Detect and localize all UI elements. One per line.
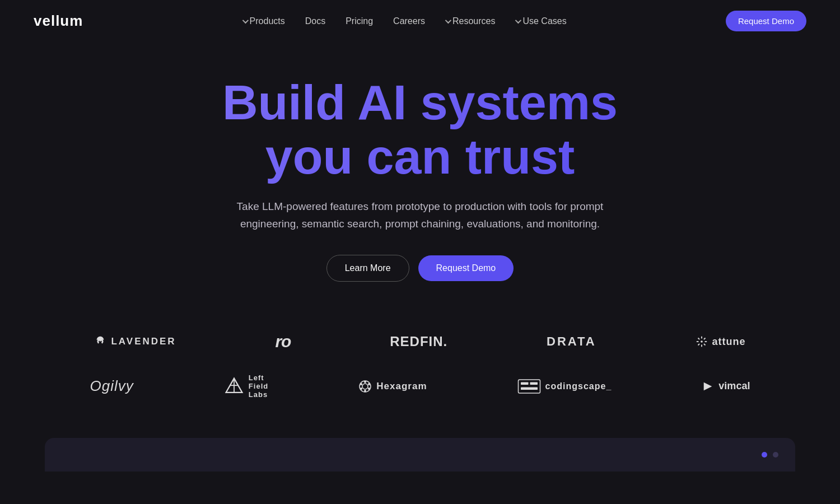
logo-hexagram: Hexagram — [358, 380, 427, 393]
indicator-dot — [762, 452, 767, 458]
logo-ogilvy: Ogilvy — [90, 377, 134, 395]
logos-row-2: Ogilvy Left Field Labs — [45, 374, 795, 399]
logos-row-1: LAVENDER ro REDFIN. DRATA — [45, 332, 795, 351]
bottom-card-hint — [45, 438, 795, 472]
svg-rect-23 — [521, 387, 538, 390]
svg-point-0 — [701, 340, 703, 343]
svg-rect-20 — [518, 380, 540, 393]
nav-link-products[interactable]: Products — [242, 16, 285, 26]
svg-line-5 — [698, 338, 699, 340]
nav-item-careers[interactable]: Careers — [393, 16, 425, 26]
hero-subtitle: Take LLM-powered features from prototype… — [218, 198, 622, 233]
vimcal-icon — [702, 380, 714, 393]
logo-ro: ro — [275, 332, 291, 351]
nav-item-resources[interactable]: Resources — [445, 16, 495, 26]
nav-link-careers[interactable]: Careers — [393, 16, 425, 26]
svg-point-13 — [362, 384, 368, 389]
svg-point-15 — [364, 390, 366, 392]
hero-cta-group: Learn More Request Demo — [326, 255, 514, 282]
learn-more-button[interactable]: Learn More — [326, 255, 409, 282]
logo-vimcal: vimcal — [702, 380, 750, 393]
navbar: vellum Products Docs Pricing Careers — [0, 0, 840, 42]
leftfield-icon — [224, 376, 244, 396]
brand-logo[interactable]: vellum — [34, 12, 83, 30]
svg-marker-24 — [704, 382, 712, 390]
indicator-dot — [773, 452, 778, 458]
nav-item-products[interactable]: Products — [242, 16, 285, 26]
nav-request-demo-button[interactable]: Request Demo — [726, 11, 806, 31]
logo-lavender: LAVENDER — [94, 335, 176, 348]
logo-leftfield: Left Field Labs — [224, 374, 268, 399]
svg-line-6 — [703, 344, 705, 346]
hero-title: Build AI systems you can trust — [222, 76, 618, 184]
svg-point-17 — [368, 383, 370, 385]
nav-item-use-cases[interactable]: Use Cases — [515, 16, 566, 26]
codingscape-icon — [517, 379, 541, 394]
svg-line-8 — [698, 344, 699, 346]
attune-icon — [696, 335, 708, 348]
chevron-down-icon — [242, 17, 248, 23]
logo-attune: attune — [696, 335, 746, 348]
chevron-down-icon — [515, 17, 521, 23]
request-demo-button[interactable]: Request Demo — [418, 255, 514, 281]
svg-line-7 — [703, 338, 705, 340]
svg-rect-22 — [530, 382, 538, 385]
logos-section: LAVENDER ro REDFIN. DRATA — [0, 304, 840, 438]
logo-drata: DRATA — [547, 334, 596, 349]
nav-item-pricing[interactable]: Pricing — [346, 16, 373, 26]
nav-link-pricing[interactable]: Pricing — [346, 16, 373, 26]
svg-point-16 — [360, 383, 362, 385]
svg-point-18 — [360, 388, 362, 390]
hexagram-icon — [358, 380, 372, 393]
lavender-icon — [94, 335, 106, 348]
logo-codingscape: codingscape_ — [517, 379, 612, 394]
nav-link-use-cases[interactable]: Use Cases — [515, 16, 566, 26]
bottom-section — [0, 438, 840, 472]
nav-links: Products Docs Pricing Careers Resources — [242, 16, 567, 26]
nav-link-docs[interactable]: Docs — [305, 16, 325, 26]
nav-item-docs[interactable]: Docs — [305, 16, 325, 26]
nav-link-resources[interactable]: Resources — [445, 16, 495, 26]
hero-section: Build AI systems you can trust Take LLM-… — [0, 42, 840, 304]
chevron-down-icon — [445, 17, 451, 23]
svg-point-19 — [368, 388, 370, 390]
logo-redfin: REDFIN. — [390, 334, 447, 349]
svg-point-14 — [364, 381, 366, 383]
svg-rect-21 — [521, 382, 529, 385]
